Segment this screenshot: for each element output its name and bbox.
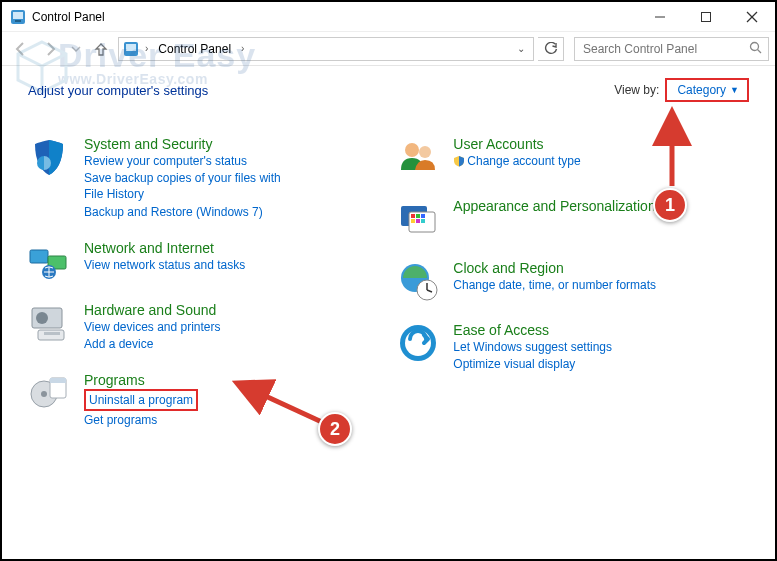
svg-point-20 (41, 391, 47, 397)
category-link[interactable]: Programs (84, 372, 198, 388)
sublink-network-status[interactable]: View network status and tasks (84, 257, 245, 273)
annotation-badge-1: 1 (653, 188, 687, 222)
highlight-uninstall: Uninstall a program (84, 389, 198, 411)
titlebar: Control Panel (2, 2, 775, 32)
category-ease-of-access: Ease of Access Let Windows suggest setti… (397, 322, 749, 372)
svg-rect-8 (126, 44, 136, 51)
category-user-accounts: User Accounts Change account type (397, 136, 749, 178)
page-title: Adjust your computer's settings (28, 83, 208, 98)
up-button[interactable] (88, 36, 114, 62)
users-icon (397, 136, 439, 178)
search-icon (749, 41, 762, 57)
chevron-right-icon[interactable]: › (143, 43, 150, 54)
sublink-add-device[interactable]: Add a device (84, 336, 221, 352)
svg-point-24 (419, 146, 431, 158)
svg-rect-18 (44, 332, 60, 335)
svg-rect-22 (50, 378, 66, 383)
sublink-file-history[interactable]: Save backup copies of your files with Fi… (84, 170, 294, 202)
minimize-button[interactable] (637, 2, 683, 32)
sublink-uninstall-program[interactable]: Uninstall a program (89, 393, 193, 407)
svg-point-23 (405, 143, 419, 157)
svg-rect-29 (421, 214, 425, 218)
navbar: › Control Panel › ⌄ (2, 32, 775, 66)
category-hardware: Hardware and Sound View devices and prin… (28, 302, 397, 352)
svg-point-38 (405, 330, 431, 356)
svg-rect-28 (416, 214, 420, 218)
category-link[interactable]: Hardware and Sound (84, 302, 221, 318)
category-link[interactable]: User Accounts (453, 136, 580, 152)
sublink-review-status[interactable]: Review your computer's status (84, 153, 294, 169)
control-panel-icon (10, 9, 26, 25)
category-link[interactable]: Appearance and Personalization (453, 198, 655, 214)
category-clock-region: Clock and Region Change date, time, or n… (397, 260, 749, 302)
svg-rect-30 (411, 219, 415, 223)
svg-rect-1 (13, 12, 23, 19)
window-title: Control Panel (32, 10, 105, 24)
clock-icon (397, 260, 439, 302)
sublink-date-time-formats[interactable]: Change date, time, or number formats (453, 277, 656, 293)
maximize-button[interactable] (683, 2, 729, 32)
network-icon (28, 240, 70, 282)
sublink-suggest-settings[interactable]: Let Windows suggest settings (453, 339, 612, 355)
address-bar[interactable]: › Control Panel › ⌄ (118, 37, 534, 61)
back-button[interactable] (8, 36, 34, 62)
svg-rect-12 (30, 250, 48, 263)
breadcrumb-segment[interactable]: Control Panel (154, 42, 235, 56)
search-input[interactable] (581, 41, 749, 57)
svg-point-17 (36, 312, 48, 324)
caret-down-icon: ▼ (730, 85, 739, 95)
refresh-button[interactable] (538, 37, 564, 61)
forward-button[interactable] (38, 36, 64, 62)
viewby-label: View by: (614, 83, 659, 97)
svg-rect-27 (411, 214, 415, 218)
category-link[interactable]: Network and Internet (84, 240, 245, 256)
sublink-change-account-type[interactable]: Change account type (453, 153, 580, 171)
category-link[interactable]: Ease of Access (453, 322, 612, 338)
category-link[interactable]: System and Security (84, 136, 294, 152)
svg-rect-31 (416, 219, 420, 223)
uac-shield-icon (453, 155, 465, 171)
control-panel-icon (123, 41, 139, 57)
sublink-get-programs[interactable]: Get programs (84, 412, 198, 428)
recent-dropdown[interactable] (68, 36, 84, 62)
viewby-dropdown[interactable]: Category ▼ (665, 78, 749, 102)
svg-point-9 (751, 42, 759, 50)
sublink-backup-restore[interactable]: Backup and Restore (Windows 7) (84, 204, 294, 220)
programs-icon (28, 372, 70, 414)
sublink-devices-printers[interactable]: View devices and printers (84, 319, 221, 335)
svg-rect-4 (702, 12, 711, 21)
appearance-icon (397, 198, 439, 240)
annotation-badge-2: 2 (318, 412, 352, 446)
category-link[interactable]: Clock and Region (453, 260, 656, 276)
svg-line-10 (758, 49, 762, 53)
address-dropdown[interactable]: ⌄ (513, 43, 529, 54)
sublink-optimize-display[interactable]: Optimize visual display (453, 356, 612, 372)
search-box[interactable] (574, 37, 769, 61)
shield-icon (28, 136, 70, 178)
category-appearance: Appearance and Personalization (397, 198, 749, 240)
ease-of-access-icon (397, 322, 439, 364)
svg-rect-32 (421, 219, 425, 223)
chevron-right-icon[interactable]: › (239, 43, 246, 54)
category-system-security: System and Security Review your computer… (28, 136, 397, 220)
close-button[interactable] (729, 2, 775, 32)
category-network: Network and Internet View network status… (28, 240, 397, 282)
hardware-icon (28, 302, 70, 344)
svg-rect-2 (15, 20, 21, 22)
